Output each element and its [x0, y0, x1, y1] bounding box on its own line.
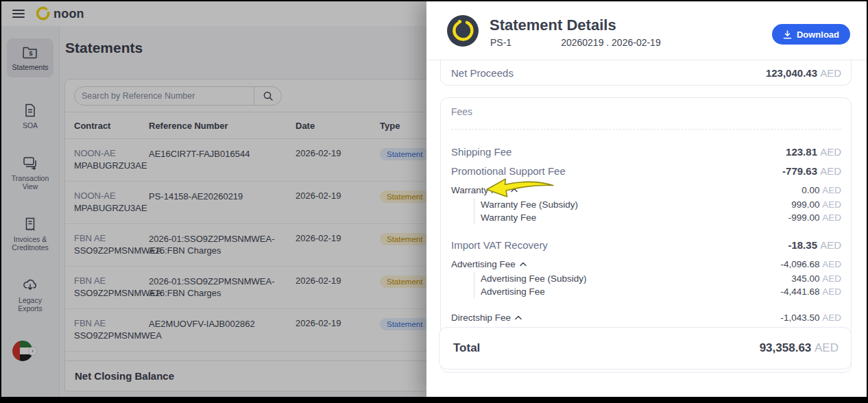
fee-value: -4,441.68	[780, 286, 819, 297]
fee-label: Import VAT Recovery	[451, 239, 548, 251]
fee-value: -999.00	[788, 212, 820, 223]
fee-value: 0.00	[801, 185, 819, 195]
noon-glyph-icon	[447, 15, 479, 47]
currency-label: AED	[822, 273, 841, 284]
currency-label: AED	[822, 212, 841, 223]
statements-page: noon $ Statements SOA	[1, 1, 426, 397]
fee-label: Advertising Fee	[451, 259, 516, 269]
currency-label: AED	[822, 259, 841, 269]
fee-value: -779.63	[782, 165, 817, 177]
fee-value: -1,043.50	[780, 313, 819, 323]
fee-row-import-vat: Import VAT Recovery -18.35 AED	[451, 235, 841, 254]
fee-row-advertising: Advertising Fee -4,096.68 AED	[451, 256, 841, 272]
currency-label: AED	[820, 165, 841, 177]
currency-label: AED	[820, 239, 841, 251]
fee-row-advertising-fee: Advertising Fee -4,441.68 AED	[481, 285, 841, 298]
currency-label: AED	[822, 313, 841, 323]
fee-row-warranty-fee: Warranty Fee -999.00 AED	[481, 211, 841, 224]
download-icon	[783, 30, 792, 39]
fees-section-label: Fees	[451, 106, 841, 120]
statement-reference: PS-120260219 . 2026-02-19	[490, 37, 661, 48]
drawer-title: Statement Details	[490, 16, 616, 34]
fee-value: 123.81	[786, 146, 817, 158]
net-proceeds-label: Net Proceeds	[451, 67, 514, 79]
net-proceeds-row: Net Proceeds 123,040.43 AED	[440, 60, 852, 86]
dim-overlay[interactable]	[1, 1, 426, 397]
currency-label: AED	[822, 286, 841, 297]
chevron-up-icon	[515, 315, 522, 320]
fee-row-shipping: Shipping Fee 123.81 AED	[451, 142, 841, 161]
total-label: Total	[453, 341, 480, 355]
fee-value: -4,096.68	[780, 259, 819, 269]
currency-label: AED	[822, 199, 841, 210]
fee-value: -18.35	[788, 239, 817, 251]
advertising-sub-group: Advertising Fee (Subsidy) 345.00 AED Adv…	[474, 272, 841, 298]
dashed-divider	[451, 129, 841, 130]
drawer-header: Statement Details PS-120260219 . 2026-02…	[426, 1, 867, 60]
chevron-up-icon	[520, 262, 527, 267]
currency-label: AED	[815, 341, 839, 354]
fee-row-advertising-subsidy: Advertising Fee (Subsidy) 345.00 AED	[481, 272, 841, 285]
total-value: 93,358.63	[760, 341, 812, 354]
fee-label: Advertising Fee (Subsidy)	[481, 273, 587, 284]
noon-logo-badge	[447, 15, 479, 47]
reference-suffix: 20260219 . 2026-02-19	[561, 37, 661, 48]
fee-label: Shipping Fee	[451, 146, 511, 158]
download-button[interactable]: Download	[772, 24, 850, 45]
total-card: Total 93,358.63 AED	[439, 327, 852, 369]
fee-label: Warranty Fee	[481, 212, 536, 223]
net-proceeds-value: 123,040.43	[766, 67, 817, 79]
fee-value: 999.00	[791, 199, 819, 210]
currency-label: AED	[822, 185, 841, 195]
annotation-arrow	[485, 175, 556, 203]
fee-label: Advertising Fee	[481, 286, 545, 297]
fee-row-directship: Directship Fee -1,043.50 AED	[451, 309, 841, 326]
currency-label: AED	[820, 146, 841, 158]
collapse-directship-button[interactable]	[515, 315, 522, 320]
warranty-sub-group: Warranty Fee (Subsidy) 999.00 AED Warran…	[474, 198, 841, 224]
fee-label: Directship Fee	[451, 313, 511, 323]
currency-label: AED	[820, 67, 841, 79]
fee-value: 345.00	[791, 273, 819, 284]
collapse-advertising-button[interactable]	[520, 262, 527, 267]
statement-details-drawer: Statement Details PS-120260219 . 2026-02…	[426, 1, 867, 397]
download-label: Download	[797, 29, 839, 40]
reference-prefix: PS-1	[490, 37, 511, 48]
app-window: noon $ Statements SOA	[0, 0, 868, 403]
